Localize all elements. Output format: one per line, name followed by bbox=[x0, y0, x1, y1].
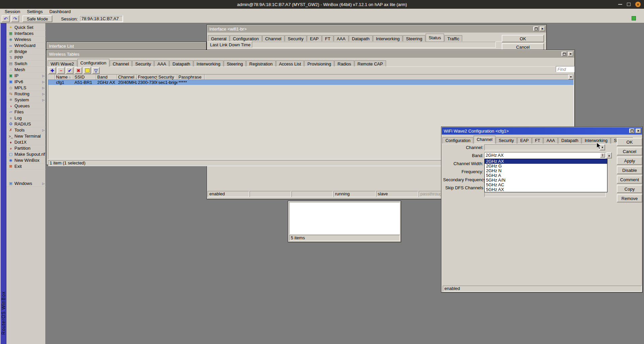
wifi-config-tab-aaa[interactable]: AAA bbox=[543, 137, 558, 144]
maximize-icon[interactable] bbox=[561, 52, 567, 56]
interface-list-titlebar[interactable]: Interface List bbox=[47, 42, 206, 50]
interface-detail-tab-traffic[interactable]: Traffic bbox=[444, 35, 462, 42]
wifi-config-titlebar[interactable]: WiFi Wave2 Configuration <cfg1> ✕ bbox=[442, 127, 642, 135]
sidebar-item-tools[interactable]: ✗Tools▷ bbox=[7, 127, 46, 133]
interface-list-area[interactable] bbox=[289, 202, 400, 234]
interface-detail-tab-interworking[interactable]: Interworking bbox=[373, 35, 403, 42]
interface-detail-tab-steering[interactable]: Steering bbox=[403, 35, 425, 42]
band-select[interactable]: 2GHz AX ↧ bbox=[484, 152, 606, 158]
safe-mode-button[interactable]: Safe Mode bbox=[22, 15, 52, 22]
remove-button[interactable]: − bbox=[57, 67, 65, 74]
interface-detail-tab-general[interactable]: General bbox=[208, 35, 229, 42]
filter-button[interactable]: ▽ bbox=[92, 67, 100, 74]
wifi-config-tab-configuration[interactable]: Configuration bbox=[442, 137, 473, 144]
interface-detail-tab-datapath[interactable]: Datapath bbox=[349, 35, 373, 42]
wireless-tables-tab-channel[interactable]: Channel bbox=[110, 60, 132, 67]
column-header-name[interactable]: Name△ bbox=[55, 75, 73, 80]
close-icon[interactable]: ✕ bbox=[636, 129, 641, 133]
maximize-icon[interactable] bbox=[533, 27, 539, 31]
apply-button[interactable]: Apply bbox=[617, 157, 642, 165]
interface-detail-tab-status[interactable]: Status bbox=[426, 34, 444, 42]
dropdown-option-2ghz-g[interactable]: 2GHz G bbox=[485, 164, 607, 168]
sidebar-item-wireguard[interactable]: ∞WireGuard bbox=[7, 43, 46, 49]
wifi-config-tab-datapath[interactable]: Datapath bbox=[558, 137, 581, 144]
redo-button[interactable]: ↷ bbox=[11, 15, 19, 22]
wireless-tables-tab-aaa[interactable]: AAA bbox=[154, 60, 169, 67]
wireless-tables-tab-security[interactable]: Security bbox=[132, 60, 154, 67]
wireless-tables-titlebar[interactable]: Wireless Tables ✕ bbox=[47, 50, 574, 58]
dropdown-option-5ghz-a[interactable]: 5GHz A bbox=[485, 173, 607, 178]
column-header-channel[interactable]: Channel ... bbox=[117, 75, 137, 80]
column-header-frequency[interactable]: Frequency bbox=[137, 75, 157, 80]
maximize-icon[interactable] bbox=[627, 3, 631, 6]
interface-detail-titlebar[interactable]: Interface <wifi1-br> ✕ bbox=[207, 25, 546, 33]
sidebar-item-new-winbox[interactable]: ◉New WinBox bbox=[7, 157, 46, 163]
close-icon[interactable]: ✕ bbox=[635, 2, 641, 7]
ok-button[interactable]: OK bbox=[617, 138, 642, 146]
interface-detail-tab-configuration[interactable]: Configuration bbox=[230, 35, 262, 42]
sidebar-item-mpls[interactable]: ◎MPLS▷ bbox=[7, 85, 46, 91]
wireless-tables-tab-radios[interactable]: Radios bbox=[334, 60, 354, 67]
wifi-config-tab-security[interactable]: Security bbox=[496, 137, 517, 144]
row-selector-header[interactable] bbox=[48, 75, 55, 80]
last-link-down-input[interactable] bbox=[252, 42, 496, 48]
column-select-button[interactable]: ▼ bbox=[568, 75, 574, 80]
sidebar-item-interfaces[interactable]: ▦Interfaces bbox=[7, 31, 46, 37]
wireless-tables-tab-remote-cap[interactable]: Remote CAP bbox=[355, 60, 386, 67]
sidebar-item-radius[interactable]: ✪RADIUS bbox=[7, 121, 46, 127]
sidebar-item-partition[interactable]: ◕Partition bbox=[7, 145, 46, 151]
column-header-security[interactable]: Security bbox=[157, 75, 177, 80]
enable-button[interactable]: ✔ bbox=[66, 67, 73, 74]
sidebar-item-make-supout-rif[interactable]: ▢Make Supout.rif bbox=[7, 151, 46, 157]
find-input[interactable]: Find bbox=[556, 66, 575, 72]
copy-button[interactable]: Copy bbox=[617, 185, 642, 193]
wireless-tables-tab-steering[interactable]: Steering bbox=[224, 60, 246, 67]
sidebar-item-files[interactable]: ▱Files bbox=[7, 109, 46, 115]
disable-button[interactable]: ✖ bbox=[75, 67, 82, 74]
wireless-tables-tab-registration[interactable]: Registration bbox=[246, 60, 275, 67]
column-header-band[interactable]: Band bbox=[96, 75, 117, 80]
dropdown-option-5ghz-a-n[interactable]: 5GHz A/N bbox=[485, 178, 607, 183]
sidebar-item-switch[interactable]: ▤Switch bbox=[7, 61, 46, 67]
disable-button[interactable]: Disable bbox=[617, 166, 642, 174]
sidebar-item-exit[interactable]: ⊠Exit bbox=[7, 163, 46, 169]
sidebar-item-mesh[interactable]: ∴Mesh bbox=[7, 67, 46, 73]
session-input[interactable]: 78:9A:18:1C:B7:A7 bbox=[80, 16, 123, 22]
sidebar-item-dot1x[interactable]: ♦Dot1X bbox=[7, 139, 46, 145]
sidebar-item-queues[interactable]: ◑Queues bbox=[7, 103, 46, 109]
column-header-ssid[interactable]: SSID bbox=[73, 75, 96, 80]
wireless-tables-tab-access-list[interactable]: Access List bbox=[276, 60, 304, 67]
sidebar-item-log[interactable]: ≡Log bbox=[7, 115, 46, 121]
sidebar-item-new-terminal[interactable]: >_New Terminal bbox=[7, 133, 46, 139]
menu-dashboard[interactable]: Dashboard bbox=[46, 9, 74, 15]
wireless-tables-tab-datapath[interactable]: Datapath bbox=[169, 60, 193, 67]
comment-button[interactable]: Comment bbox=[617, 176, 642, 184]
sidebar-item-system[interactable]: ✱System▷ bbox=[7, 97, 46, 103]
sidebar-item-windows[interactable]: ▣Windows▷ bbox=[7, 181, 46, 187]
sidebar-item-ipv6[interactable]: ▣IPv6▷ bbox=[7, 79, 46, 85]
channel-select[interactable] bbox=[484, 144, 599, 150]
comment-button[interactable] bbox=[84, 67, 91, 74]
wireless-tables-tab-interworking[interactable]: Interworking bbox=[194, 60, 223, 67]
band-drop-icon[interactable]: ↧ bbox=[600, 153, 605, 158]
wifi-config-tab-eap[interactable]: EAP bbox=[517, 137, 532, 144]
maximize-icon[interactable] bbox=[629, 129, 635, 133]
band-collapse-button[interactable]: ▲ bbox=[606, 152, 612, 158]
add-button[interactable]: ✚ bbox=[49, 67, 56, 74]
dropdown-option-2ghz-ax[interactable]: 2GHz AX bbox=[485, 159, 607, 164]
table-row[interactable]: cfg1A51-BR12GHz AX20/40MHz2300-7300sec1-… bbox=[48, 80, 574, 85]
sidebar-item-wireless[interactable]: ◉Wireless bbox=[7, 37, 46, 43]
dropdown-option-2ghz-n[interactable]: 2GHz N bbox=[485, 168, 607, 173]
menu-settings[interactable]: Settings bbox=[23, 9, 46, 15]
wireless-tables-tab-wifi-wave2[interactable]: WiFi Wave2 bbox=[48, 60, 77, 67]
close-icon[interactable]: ✕ bbox=[568, 52, 573, 56]
interface-detail-tab-aaa[interactable]: AAA bbox=[334, 35, 348, 42]
remove-button[interactable]: Remove bbox=[617, 194, 642, 202]
interface-detail-tab-channel[interactable]: Channel bbox=[262, 35, 284, 42]
sidebar-item-quick-set[interactable]: ✦Quick Set bbox=[7, 24, 46, 31]
interface-detail-tab-ft[interactable]: FT bbox=[322, 35, 333, 42]
dropdown-option-5ghz-ac[interactable]: 5GHz AC bbox=[485, 183, 607, 187]
menu-session[interactable]: Session bbox=[1, 9, 23, 15]
interface-detail-tab-eap[interactable]: EAP bbox=[307, 35, 322, 42]
dropdown-option-5ghz-ax[interactable]: 5GHz AX bbox=[485, 187, 607, 192]
